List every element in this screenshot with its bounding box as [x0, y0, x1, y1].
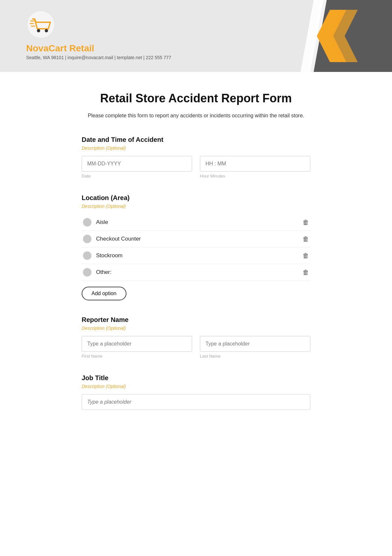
- option-label-aisle: Aisle: [96, 219, 108, 226]
- job-title-title: Job Title: [82, 374, 310, 382]
- date-label: Date: [82, 174, 192, 178]
- job-title-section: Job Title Description (Optional): [82, 374, 310, 410]
- last-name-label: Last Name: [200, 354, 310, 359]
- reporter-name-title: Reporter Name: [82, 316, 310, 324]
- location-desc: Description (Optional): [82, 204, 310, 209]
- add-option-button[interactable]: Add option: [82, 287, 126, 300]
- form-subtitle: Please complete this form to report any …: [82, 112, 310, 120]
- radio-other[interactable]: [83, 268, 91, 277]
- date-time-title: Date and Time of Accident: [82, 136, 310, 143]
- svg-point-0: [27, 11, 55, 38]
- form-content: Retail Store Accident Report Form Please…: [49, 72, 343, 452]
- last-name-field-group: Last Name: [200, 336, 310, 359]
- date-time-desc: Description (Optional): [82, 145, 310, 151]
- page-header: NovaCart Retail Seattle, WA 98101 | inqu…: [0, 0, 392, 72]
- svg-point-1: [37, 29, 40, 32]
- company-name: NovaCart Retail: [26, 43, 392, 54]
- time-label: Hour Minutes: [200, 174, 310, 178]
- radio-checkout[interactable]: [83, 235, 91, 243]
- location-title: Location (Area): [82, 194, 310, 202]
- company-logo: [26, 10, 56, 39]
- date-field-group: Date: [82, 156, 192, 178]
- delete-aisle-button[interactable]: 🗑: [302, 219, 309, 226]
- location-option-stockroom: Stockroom 🗑: [82, 247, 310, 264]
- form-title: Retail Store Accident Report Form: [82, 92, 310, 105]
- time-input[interactable]: [200, 156, 310, 172]
- location-section: Location (Area) Description (Optional) A…: [82, 194, 310, 300]
- company-info: Seattle, WA 98101 | inquire@novacart.mai…: [26, 55, 392, 60]
- delete-other-button[interactable]: 🗑: [302, 269, 309, 276]
- date-time-section: Date and Time of Accident Description (O…: [82, 136, 310, 178]
- first-name-input[interactable]: [82, 336, 192, 352]
- location-option-other: Other: 🗑: [82, 264, 310, 281]
- first-name-label: First Name: [82, 354, 192, 359]
- date-input[interactable]: [82, 156, 192, 172]
- reporter-name-desc: Description (Optional): [82, 326, 310, 331]
- delete-checkout-button[interactable]: 🗑: [302, 235, 309, 243]
- location-options-list: Aisle 🗑 Checkout Counter 🗑 Stockroom 🗑: [82, 214, 310, 281]
- first-name-field-group: First Name: [82, 336, 192, 359]
- last-name-input[interactable]: [200, 336, 310, 352]
- job-title-desc: Description (Optional): [82, 384, 310, 389]
- location-option-aisle: Aisle 🗑: [82, 214, 310, 231]
- option-label-checkout: Checkout Counter: [96, 236, 141, 242]
- location-option-checkout: Checkout Counter 🗑: [82, 231, 310, 247]
- svg-point-2: [45, 29, 48, 32]
- delete-stockroom-button[interactable]: 🗑: [302, 252, 309, 260]
- option-label-stockroom: Stockroom: [96, 252, 122, 259]
- radio-aisle[interactable]: [83, 218, 91, 227]
- radio-stockroom[interactable]: [83, 251, 91, 260]
- option-label-other: Other:: [96, 269, 111, 276]
- reporter-name-section: Reporter Name Description (Optional) Fir…: [82, 316, 310, 359]
- time-field-group: Hour Minutes: [200, 156, 310, 178]
- job-title-input[interactable]: [82, 394, 310, 410]
